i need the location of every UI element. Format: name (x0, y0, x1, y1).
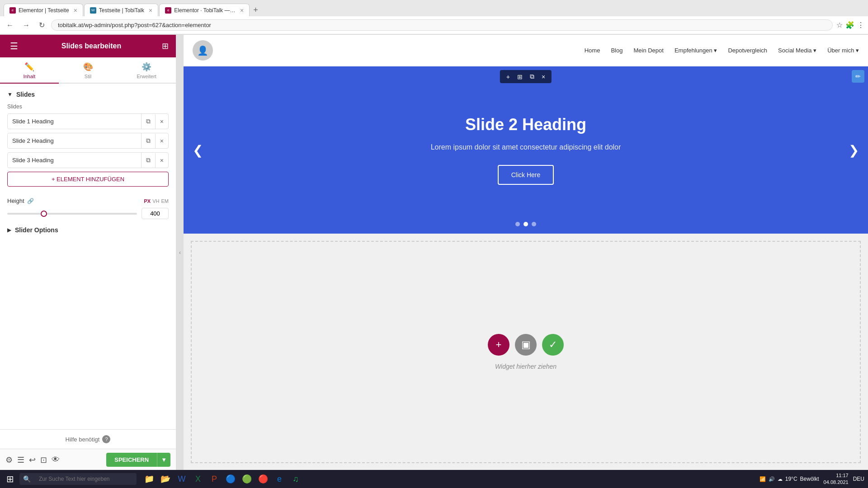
toolbar-add-btn[interactable]: + (504, 72, 513, 81)
tab-elementor-testseite[interactable]: e Elementor | Testseite × (4, 4, 83, 16)
tab-close-2[interactable]: × (149, 7, 152, 14)
slides-section-header[interactable]: ▼ Slides (7, 91, 169, 98)
slider-content: Slide 2 Heading Lorem ipsum dolor sit am… (431, 115, 621, 185)
menu-button[interactable]: ⋮ (857, 21, 864, 29)
slider-dot-1[interactable] (515, 222, 520, 226)
taskbar-edge-icon[interactable]: e (273, 473, 286, 485)
slide-item-2-delete[interactable]: × (155, 134, 168, 148)
grid-icon[interactable]: ⊞ (162, 41, 169, 51)
slide-item-1-duplicate[interactable]: ⧉ (141, 114, 155, 129)
height-input[interactable] (142, 208, 169, 219)
slider-next-button[interactable]: ❯ (844, 138, 863, 162)
preview-icon-btn[interactable]: 👁 (52, 455, 60, 465)
add-element-button[interactable]: + ELEMENT HINZUFÜGEN (7, 172, 169, 187)
nav-link-blog[interactable]: Blog (611, 47, 623, 54)
taskbar-powerpoint-icon[interactable]: P (208, 473, 221, 485)
slider-dot-2[interactable] (524, 222, 528, 226)
taskbar-app5-icon[interactable]: 🔵 (224, 473, 237, 485)
slide-item-3-delete[interactable]: × (155, 153, 168, 168)
star-button[interactable]: ☆ (836, 21, 843, 29)
panel-title: Slides bearbeiten (61, 42, 122, 50)
slider-cta-button[interactable]: Click Here (498, 165, 554, 185)
taskbar-excel-icon[interactable]: X (192, 473, 204, 485)
url-box[interactable]: tobitalk.at/wp-admin/post.php?post=627&a… (51, 19, 833, 31)
taskbar-system-icons: 📶 🔊 ☁ 19°C Bewölkt (760, 476, 819, 482)
volume-icon: 🔊 (769, 476, 775, 482)
widget-copy-icon[interactable]: ▣ (515, 334, 537, 356)
responsive-icon-btn[interactable]: ⊡ (40, 455, 47, 465)
weather-icon: ☁ (778, 476, 783, 482)
tab-favicon-1: e (9, 7, 16, 14)
nav-link-social-media[interactable]: Social Media ▾ (778, 47, 816, 54)
nav-link-empfehlungen[interactable]: Empfehlungen ▾ (675, 47, 717, 54)
slide-item-1-delete[interactable]: × (155, 114, 168, 129)
height-unit-vh[interactable]: VH (152, 198, 159, 204)
nav-link-home[interactable]: Home (585, 47, 600, 54)
taskbar-app7-icon[interactable]: 🔴 (257, 473, 269, 485)
save-button[interactable]: SPEICHERN (106, 453, 157, 467)
slide-item-3-label: Slide 3 Heading (8, 153, 141, 167)
taskbar: ⊞ 🔍 📁 📂 W X P 🔵 🟢 🔴 e ♫ 📶 🔊 ☁ 19°C Bewöl… (0, 470, 868, 488)
widget-add-icon[interactable]: + (488, 334, 509, 356)
hamburger-icon[interactable]: ☰ (7, 40, 21, 52)
slider-dot-3[interactable] (532, 222, 536, 226)
toolbar-copy-btn[interactable]: ⧉ (527, 72, 537, 81)
history-icon-btn[interactable]: ↩ (29, 455, 36, 465)
slide-item-3: Slide 3 Heading ⧉ × (7, 152, 169, 168)
slider-edit-button[interactable]: ✏ (852, 70, 864, 83)
layers-icon-btn[interactable]: ☰ (17, 455, 24, 465)
widget-drop-icons: + ▣ ✓ (488, 334, 564, 356)
taskbar-app6-icon[interactable]: 🟢 (241, 473, 253, 485)
widget-confirm-icon[interactable]: ✓ (542, 334, 564, 356)
widget-drop-area: + ▣ ✓ Widget hierher ziehen (191, 241, 861, 463)
nav-link-mein-depot[interactable]: Mein Depot (633, 47, 663, 54)
nav-link-depotvergleich[interactable]: Depotvergleich (728, 47, 767, 54)
height-unit-em[interactable]: EM (161, 198, 169, 204)
tab-stil-label: Stil (85, 74, 91, 79)
taskbar-search-input[interactable] (33, 474, 133, 484)
panel-header-icons: ⊞ (162, 41, 169, 51)
slide-item-3-duplicate[interactable]: ⧉ (141, 153, 155, 168)
tab-stil[interactable]: 🎨 Stil (59, 57, 118, 84)
tab-inhalt[interactable]: ✏️ Inhalt (0, 57, 59, 84)
forward-button[interactable]: → (20, 20, 33, 30)
toolbar-grid-btn[interactable]: ⊞ (514, 72, 525, 81)
taskbar-spotify-icon[interactable]: ♫ (289, 473, 302, 485)
slide-item-2-duplicate[interactable]: ⧉ (141, 133, 155, 148)
height-link-icon: 🔗 (27, 198, 34, 204)
windows-start-button[interactable]: ⊞ (4, 473, 17, 485)
slide-item-1-label: Slide 1 Heading (8, 114, 141, 128)
refresh-button[interactable]: ↻ (36, 20, 47, 30)
right-area: 👤 Home Blog Mein Depot Empfehlungen ▾ De… (184, 35, 868, 470)
settings-icon-btn[interactable]: ⚙ (5, 455, 13, 465)
tab-close-1[interactable]: × (74, 7, 77, 14)
nav-link-uber-mich[interactable]: Über mich ▾ (827, 47, 859, 54)
save-dropdown-button[interactable]: ▼ (157, 453, 170, 467)
tab-close-3[interactable]: × (240, 7, 244, 14)
slider-prev-button[interactable]: ❮ (188, 138, 208, 162)
help-icon[interactable]: ? (102, 435, 110, 443)
tab-testseite[interactable]: W Testseite | TobiTalk × (84, 4, 158, 16)
taskbar-word-icon[interactable]: W (175, 473, 188, 485)
taskbar-explorer-icon[interactable]: 📂 (159, 473, 172, 485)
slider-options-section[interactable]: ▶ Slider Options (7, 226, 169, 234)
back-button[interactable]: ← (4, 20, 16, 30)
slider-dots (515, 222, 536, 226)
height-header: Height 🔗 PX VH EM (7, 197, 169, 204)
tab-erweitert[interactable]: ⚙️ Erweitert (117, 57, 176, 84)
height-slider[interactable] (7, 213, 137, 215)
taskbar-files-icon[interactable]: 📁 (143, 473, 156, 485)
extensions-button[interactable]: 🧩 (845, 21, 854, 29)
tab-favicon-3: e (165, 7, 171, 14)
toolbar-delete-btn[interactable]: × (539, 72, 548, 81)
taskbar-app-icons: 📁 📂 W X P 🔵 🟢 🔴 e ♫ (143, 473, 302, 485)
new-tab-button[interactable]: + (250, 5, 261, 15)
height-units: PX VH EM (144, 198, 169, 204)
height-unit-px[interactable]: PX (144, 198, 151, 204)
collapse-handle[interactable]: ‹ (176, 35, 184, 470)
slides-section-title: Slides (16, 91, 35, 98)
taskbar-time-display: 11:17 (824, 472, 849, 479)
slide-item-1: Slide 1 Heading ⧉ × (7, 113, 169, 129)
browser-chrome: e Elementor | Testseite × W Testseite | … (0, 0, 868, 35)
tab-elementor-tobitalk[interactable]: e Elementor · TobiTalk — WordPre... × (159, 4, 250, 16)
